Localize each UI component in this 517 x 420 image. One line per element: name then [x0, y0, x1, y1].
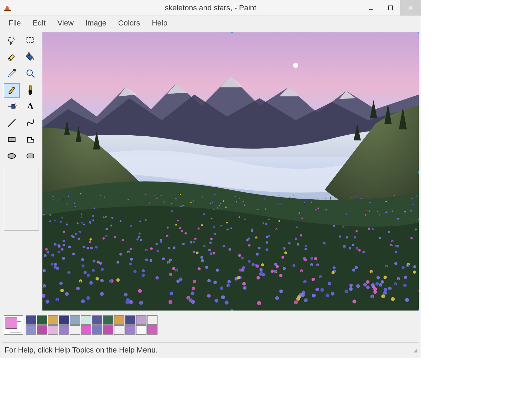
color-swatch[interactable] — [59, 325, 69, 335]
color-swatch[interactable] — [103, 325, 113, 335]
svg-point-58 — [223, 245, 225, 247]
svg-point-192 — [242, 201, 244, 202]
svg-point-343 — [292, 264, 295, 267]
svg-point-401 — [62, 244, 65, 246]
svg-point-311 — [315, 209, 317, 210]
svg-point-307 — [180, 194, 181, 195]
svg-point-292 — [89, 241, 91, 243]
color-swatch[interactable] — [125, 315, 135, 325]
rect-select-icon — [26, 35, 35, 46]
svg-point-434 — [93, 260, 95, 263]
color-swatch[interactable] — [70, 315, 80, 325]
svg-point-295 — [62, 240, 65, 242]
svg-point-417 — [333, 266, 336, 269]
svg-point-379 — [95, 277, 99, 281]
eraser-icon — [7, 52, 17, 63]
resize-grip-icon[interactable]: ◢ — [414, 347, 417, 353]
tool-options[interactable] — [4, 168, 39, 231]
svg-point-383 — [150, 247, 153, 250]
svg-point-269 — [225, 301, 229, 305]
tool-pencil[interactable] — [4, 83, 20, 98]
svg-rect-1 — [369, 9, 373, 10]
selection-handle[interactable] — [231, 309, 233, 311]
svg-point-228 — [193, 200, 194, 202]
color-swatch[interactable] — [125, 325, 135, 335]
svg-point-159 — [268, 219, 270, 220]
color-swatch[interactable] — [70, 325, 80, 335]
tool-airbrush[interactable] — [4, 100, 20, 114]
tool-pick-color[interactable] — [4, 67, 20, 81]
color-swatch[interactable] — [103, 315, 113, 325]
fill-icon — [26, 52, 35, 63]
color-swatch[interactable] — [48, 325, 58, 335]
color-swatch[interactable] — [92, 325, 102, 335]
menu-file[interactable]: File — [4, 17, 26, 29]
color-swatch[interactable] — [81, 325, 91, 335]
color-swatch[interactable] — [136, 315, 146, 325]
selection-handle[interactable] — [418, 309, 419, 311]
tool-eraser[interactable] — [4, 50, 20, 65]
tool-rect-select[interactable] — [22, 34, 38, 48]
menu-view[interactable]: View — [52, 17, 78, 29]
color-swatch[interactable] — [81, 315, 91, 325]
svg-point-370 — [376, 276, 380, 280]
tool-brush[interactable] — [22, 83, 38, 98]
color-swatch[interactable] — [26, 315, 36, 325]
svg-point-299 — [369, 210, 370, 212]
close-button[interactable] — [400, 0, 421, 15]
svg-point-411 — [169, 259, 172, 261]
tool-ellipse[interactable] — [4, 149, 20, 164]
color-swatch[interactable] — [37, 325, 47, 335]
color-swatch[interactable] — [114, 315, 124, 325]
tool-rounded-rect[interactable] — [22, 149, 38, 164]
color-indicator[interactable] — [4, 315, 23, 335]
foreground-color-swatch — [6, 317, 17, 329]
svg-point-336 — [298, 212, 300, 214]
tool-curve[interactable] — [22, 116, 38, 131]
canvas[interactable] — [42, 32, 419, 311]
color-swatch[interactable] — [147, 315, 158, 325]
tool-free-select[interactable] — [4, 34, 20, 48]
svg-point-90 — [311, 201, 312, 203]
rectangle-icon — [7, 135, 17, 146]
menu-colors[interactable]: Colors — [113, 17, 145, 29]
color-swatch[interactable] — [37, 315, 47, 325]
tool-polygon[interactable] — [22, 133, 38, 147]
text-icon: A — [26, 102, 35, 113]
menu-help[interactable]: Help — [147, 17, 172, 29]
color-swatch[interactable] — [59, 315, 69, 325]
minimize-button[interactable] — [362, 0, 381, 15]
selection-handle[interactable] — [418, 32, 419, 33]
color-swatch[interactable] — [136, 325, 146, 335]
svg-point-71 — [149, 202, 151, 204]
menu-edit[interactable]: Edit — [28, 17, 50, 29]
svg-point-42 — [352, 244, 354, 246]
tool-magnifier[interactable] — [22, 67, 38, 81]
tool-line[interactable] — [4, 116, 20, 131]
menu-image[interactable]: Image — [81, 17, 111, 29]
svg-point-273 — [412, 198, 413, 199]
selection-handle[interactable] — [418, 171, 419, 174]
color-swatch[interactable] — [48, 315, 58, 325]
svg-point-83 — [384, 276, 387, 279]
svg-point-405 — [192, 286, 195, 290]
airbrush-icon — [7, 102, 17, 113]
color-swatch[interactable] — [114, 325, 124, 335]
color-swatch[interactable] — [147, 325, 158, 335]
selection-handle[interactable] — [231, 32, 233, 33]
tool-rectangle[interactable] — [4, 133, 20, 147]
svg-point-334 — [90, 238, 92, 241]
svg-point-250 — [236, 201, 237, 202]
svg-point-398 — [203, 213, 205, 215]
tool-text[interactable]: A — [22, 100, 38, 114]
svg-point-36 — [369, 202, 371, 203]
color-swatch[interactable] — [92, 315, 102, 325]
svg-point-324 — [356, 284, 360, 288]
svg-point-285 — [130, 258, 133, 261]
svg-point-226 — [45, 248, 48, 250]
svg-rect-2 — [388, 6, 393, 10]
svg-point-296 — [328, 282, 331, 285]
color-swatch[interactable] — [26, 325, 36, 335]
tool-fill[interactable] — [22, 50, 38, 65]
maximize-button[interactable] — [381, 0, 400, 15]
